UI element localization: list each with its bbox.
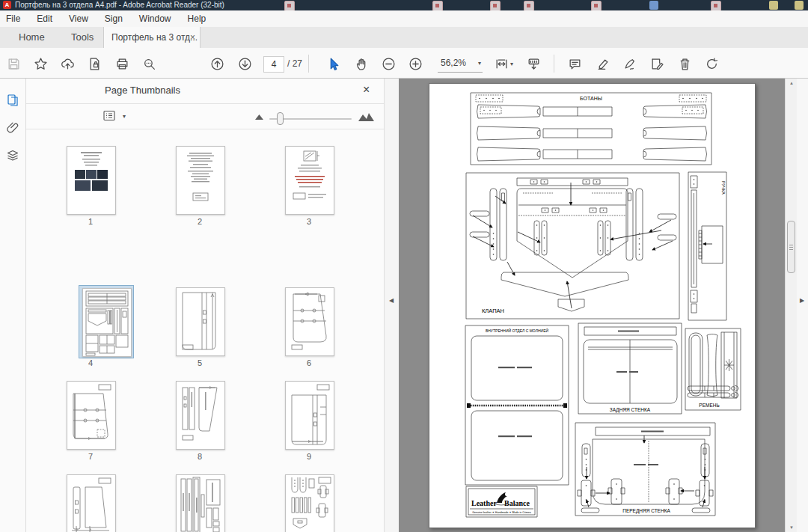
- thumbnail-page-8[interactable]: [176, 381, 225, 450]
- fill-sign-button[interactable]: [620, 55, 638, 73]
- layers-rail-button[interactable]: [4, 147, 21, 164]
- cloud-upload-icon: [61, 57, 75, 71]
- document-area[interactable]: БОТАНЫ: [399, 79, 785, 532]
- pattern-belt: РЕМЕНЬ: [685, 328, 741, 410]
- toolbar-separator: [308, 55, 309, 73]
- document-page[interactable]: БОТАНЫ: [429, 83, 756, 528]
- right-panel-strip: ▶: [797, 79, 808, 532]
- pattern-gussets: БОТАНЫ: [471, 93, 711, 165]
- menu-window[interactable]: Window: [131, 13, 180, 24]
- menu-help[interactable]: Help: [180, 13, 215, 24]
- rotate-button[interactable]: [703, 55, 720, 73]
- brand-logo: Leather Balance Genuine leather ✦ Handma…: [466, 486, 537, 517]
- logo-tagline: Genuine leather ✦ Handmade ✦ Made in Cri…: [472, 511, 531, 514]
- zoom-level-value: 56,2%: [441, 58, 466, 68]
- paperclip-icon: [6, 121, 19, 135]
- window-title: Портфель на 3 отдела A4.pdf - Adobe Acro…: [15, 1, 224, 9]
- attachments-rail-button[interactable]: [4, 120, 21, 136]
- chevron-down-icon[interactable]: ▾: [510, 61, 513, 67]
- thumbnail-page-2[interactable]: [176, 146, 225, 215]
- save-button[interactable]: [4, 55, 22, 73]
- outer-straps: [490, 189, 643, 260]
- highlighter-icon: [596, 57, 610, 71]
- thumbnail-page-10[interactable]: [67, 474, 116, 532]
- collapse-panel-icon[interactable]: ◀: [389, 297, 394, 304]
- close-icon[interactable]: ×: [363, 83, 370, 97]
- rotate-icon: [705, 57, 719, 71]
- title-bar: A Портфель на 3 отдела A4.pdf - Adobe Ac…: [0, 0, 808, 10]
- menu-file[interactable]: File: [0, 13, 28, 24]
- slider-knob[interactable]: [277, 112, 284, 125]
- zoom-out-button[interactable]: [379, 55, 397, 73]
- edit-pdf-button[interactable]: [648, 55, 666, 73]
- thumbnail-page-9[interactable]: [285, 381, 334, 450]
- comment-button[interactable]: [566, 55, 584, 73]
- thumbnail-selection: [79, 285, 134, 358]
- thumbnail-number: 2: [172, 217, 227, 226]
- select-tool-button[interactable]: [324, 55, 342, 73]
- panel-options-row: ▾: [26, 104, 384, 129]
- logo-word2: Balance: [504, 499, 530, 507]
- thumbnail-page-11[interactable]: [176, 474, 225, 532]
- layers-icon: [6, 149, 19, 162]
- thumbnail-grid: 1 2 3: [26, 129, 372, 532]
- previous-page-button[interactable]: [208, 55, 226, 73]
- scrolling-mode-button[interactable]: [524, 55, 542, 73]
- thumbnail-number: 3: [281, 217, 337, 226]
- thumbnail-options-button[interactable]: ▾: [103, 110, 126, 123]
- document-scrollbar[interactable]: ▲ ▼: [785, 79, 797, 532]
- save-icon: [7, 57, 21, 71]
- print-button[interactable]: [113, 55, 131, 73]
- thumbnail-page-5[interactable]: [176, 287, 225, 356]
- thumbnail-art: [83, 289, 131, 356]
- page-thumbnails-rail-button[interactable]: [4, 92, 21, 108]
- front-wall-label: ПЕРЕДНЯЯ СТЕНКА: [622, 508, 670, 514]
- inner-compartment-label: ВНУТРЕННИЙ ОТДЕЛ С МОЛНИЕЙ: [486, 328, 549, 333]
- favorites-button[interactable]: [31, 55, 49, 73]
- page-thumbnails-panel: Page Thumbnails × ▾: [26, 79, 384, 532]
- menu-view[interactable]: View: [61, 13, 97, 24]
- menu-edit[interactable]: Edit: [28, 13, 61, 24]
- page-up-icon: [210, 57, 224, 71]
- share-button[interactable]: [58, 55, 76, 73]
- page-count-label: / 27: [287, 56, 302, 71]
- toolbar-separator: [554, 55, 554, 73]
- hand-tool-button[interactable]: [352, 55, 370, 73]
- protect-button[interactable]: [85, 55, 103, 73]
- cursor-icon: [326, 57, 340, 71]
- page-number-input[interactable]: 4: [263, 56, 284, 73]
- tab-close-icon[interactable]: ×: [190, 27, 195, 48]
- zoom-in-button[interactable]: [406, 55, 424, 73]
- thumbnail-number: 4: [63, 358, 118, 367]
- tab-document-label: Портфель на 3 отд...: [111, 27, 198, 48]
- large-thumbnails-icon[interactable]: [358, 112, 374, 122]
- scroll-up-icon[interactable]: ▲: [786, 81, 797, 85]
- document-scrollbar-thumb[interactable]: [787, 221, 795, 273]
- tab-home[interactable]: Home: [19, 27, 45, 48]
- thumbnail-page-3[interactable]: [285, 146, 334, 215]
- thumbnail-page-4[interactable]: [82, 288, 132, 357]
- thumbnail-art: [67, 475, 115, 532]
- tab-tools[interactable]: Tools: [71, 27, 94, 48]
- scrolling-mode-icon: [527, 57, 541, 71]
- thumbnail-art: [177, 382, 224, 449]
- fit-width-button[interactable]: [492, 55, 510, 73]
- thumbnail-art: [286, 382, 334, 449]
- acrobat-window: A Портфель на 3 отдела A4.pdf - Adobe Ac…: [0, 0, 808, 532]
- thumbnail-page-12[interactable]: [285, 474, 334, 532]
- menu-sign[interactable]: Sign: [97, 13, 131, 24]
- thumbnail-page-6[interactable]: [285, 287, 334, 356]
- highlight-button[interactable]: [593, 55, 611, 73]
- zoom-level-control[interactable]: 56,2% ▾: [438, 56, 483, 73]
- tab-document[interactable]: Портфель на 3 отд... ×: [103, 27, 201, 48]
- thumbnail-page-1[interactable]: [67, 146, 116, 215]
- search-button[interactable]: [140, 55, 158, 73]
- desktop-pdf-icon: [711, 1, 721, 11]
- thumbnail-page-7[interactable]: [67, 381, 116, 450]
- expand-panel-icon[interactable]: ▶: [800, 297, 804, 304]
- delete-button[interactable]: [676, 55, 694, 73]
- small-thumbnails-icon[interactable]: [254, 112, 264, 120]
- thumbnail-number: 6: [281, 358, 337, 367]
- next-page-button[interactable]: [236, 55, 254, 73]
- scroll-down-icon[interactable]: ▼: [786, 525, 797, 530]
